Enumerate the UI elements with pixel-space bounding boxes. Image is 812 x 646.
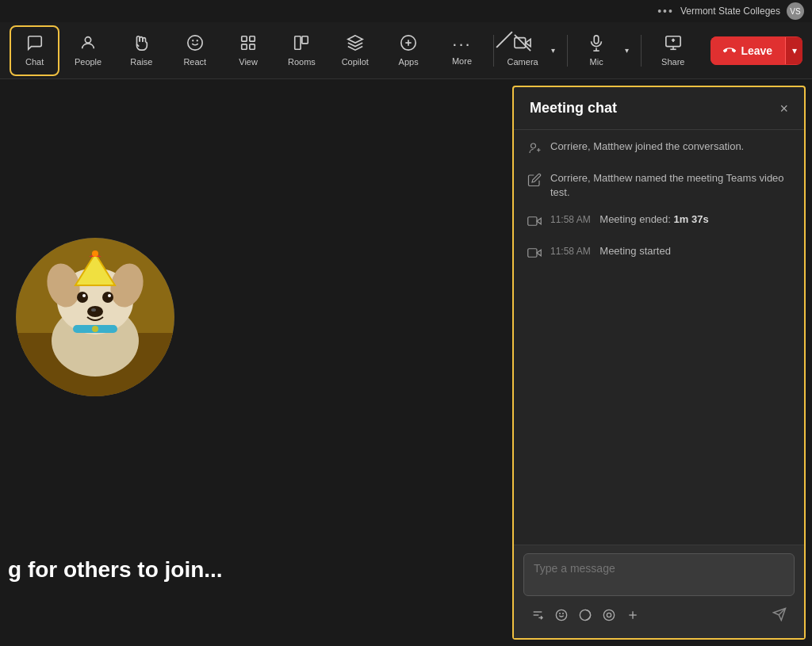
svg-rect-5 xyxy=(250,36,255,41)
react-icon xyxy=(186,34,204,54)
more-button[interactable]: ··· More xyxy=(437,25,487,76)
pencil-icon xyxy=(527,173,542,190)
rooms-icon xyxy=(293,34,310,54)
event-time-4: 11:58 AM xyxy=(550,246,591,257)
toolbar-separator-3 xyxy=(641,35,642,67)
apps-label: Apps xyxy=(399,57,419,67)
user-avatar[interactable]: VS xyxy=(787,2,804,20)
svg-rect-42 xyxy=(528,249,537,258)
svg-point-50 xyxy=(607,613,611,617)
svg-point-38 xyxy=(531,143,536,148)
mic-button[interactable]: Mic xyxy=(574,25,619,76)
chat-event-started: 11:58 AM Meeting started xyxy=(527,244,791,263)
chat-event-text-1: Corriere, Matthew joined the conversatio… xyxy=(550,140,744,154)
video-icon-started xyxy=(527,246,542,263)
window-controls: ••• xyxy=(657,5,674,17)
chat-close-button[interactable]: × xyxy=(779,101,788,116)
chat-icon xyxy=(26,34,44,54)
svg-rect-8 xyxy=(295,36,301,50)
raise-icon xyxy=(132,34,150,54)
svg-point-27 xyxy=(77,292,88,303)
toolbar-separator-2 xyxy=(567,35,568,67)
svg-rect-40 xyxy=(528,217,537,226)
loop-button[interactable] xyxy=(598,606,620,628)
chat-input-area xyxy=(514,545,804,638)
chat-event-renamed: Corriere, Matthew named the meeting Team… xyxy=(527,171,791,200)
chat-event-ended: 11:58 AM Meeting ended: 1m 37s xyxy=(527,212,791,231)
share-label: Share xyxy=(661,57,684,67)
org-name: Vermont State Colleges xyxy=(680,6,780,17)
attach-button[interactable] xyxy=(622,606,644,628)
waiting-text: g for others to join... xyxy=(8,557,223,583)
chat-header: Meeting chat × xyxy=(514,87,804,130)
chat-format-toolbar xyxy=(523,599,795,630)
svg-point-37 xyxy=(92,326,98,332)
raise-button[interactable]: Raise xyxy=(117,25,167,76)
svg-point-31 xyxy=(87,306,103,317)
svg-rect-4 xyxy=(242,36,247,41)
sticker-button[interactable] xyxy=(574,606,596,628)
chat-event-text-2: Corriere, Matthew named the meeting Team… xyxy=(550,171,791,200)
video-icon-ended xyxy=(527,214,542,231)
toolbar-separator xyxy=(493,35,494,67)
people-button[interactable]: People xyxy=(63,25,113,76)
raise-label: Raise xyxy=(130,57,152,67)
chat-messages: Corriere, Matthew joined the conversatio… xyxy=(514,130,804,545)
dog-image xyxy=(16,238,174,396)
view-icon xyxy=(239,34,257,54)
camera-button[interactable]: Camera xyxy=(500,25,545,76)
chat-label: Chat xyxy=(25,57,44,67)
format-button[interactable] xyxy=(527,606,549,628)
svg-point-49 xyxy=(603,610,614,620)
participant-avatar xyxy=(16,238,174,396)
phone-icon xyxy=(723,44,736,57)
share-icon xyxy=(665,34,682,54)
svg-marker-41 xyxy=(537,250,541,257)
rooms-button[interactable]: Rooms xyxy=(277,25,327,76)
svg-point-30 xyxy=(108,294,111,297)
mic-group: Mic ▾ xyxy=(574,25,634,76)
camera-group: Camera ▾ xyxy=(500,25,561,76)
chat-event-joined: Corriere, Matthew joined the conversatio… xyxy=(527,140,791,159)
leave-group: Leave ▾ xyxy=(710,36,802,65)
leave-button[interactable]: Leave xyxy=(710,36,785,65)
svg-rect-13 xyxy=(515,38,526,48)
more-icon: ··· xyxy=(452,36,471,53)
svg-rect-6 xyxy=(242,44,247,49)
chat-event-text-4: 11:58 AM Meeting started xyxy=(550,244,671,258)
camera-chevron[interactable]: ▾ xyxy=(545,35,561,67)
svg-point-28 xyxy=(102,292,113,303)
copilot-button[interactable]: Copilot xyxy=(330,25,380,76)
chat-panel-title: Meeting chat xyxy=(530,100,617,117)
apps-button[interactable]: Apps xyxy=(383,25,433,76)
people-icon xyxy=(79,34,97,54)
person-join-icon xyxy=(527,141,542,159)
react-label: React xyxy=(183,57,206,67)
rooms-label: Rooms xyxy=(288,57,316,67)
view-button[interactable]: View xyxy=(223,25,273,76)
leave-label: Leave xyxy=(741,44,772,57)
main-content: g for others to join... Meeting chat × C… xyxy=(0,79,812,646)
svg-point-1 xyxy=(188,36,202,50)
mic-label: Mic xyxy=(590,57,603,67)
share-button[interactable]: Share xyxy=(648,25,698,76)
mic-icon xyxy=(588,34,605,54)
chat-button[interactable]: Chat xyxy=(10,25,59,76)
svg-point-29 xyxy=(82,294,86,297)
svg-rect-15 xyxy=(594,36,599,44)
mic-chevron[interactable]: ▾ xyxy=(619,35,634,67)
view-label: View xyxy=(239,57,258,67)
emoji-button[interactable] xyxy=(550,606,573,628)
video-area: g for others to join... xyxy=(0,79,512,646)
react-button[interactable]: React xyxy=(170,25,220,76)
chat-message-input[interactable] xyxy=(523,553,795,596)
people-label: People xyxy=(75,57,102,67)
meeting-duration: 1m 37s xyxy=(674,213,709,225)
main-toolbar: Chat People Raise xyxy=(0,22,812,79)
top-bar: ••• Vermont State Colleges VS xyxy=(0,0,812,22)
send-button[interactable] xyxy=(768,604,791,629)
svg-rect-9 xyxy=(302,36,308,44)
leave-chevron[interactable]: ▾ xyxy=(785,37,802,64)
copilot-icon xyxy=(347,34,364,54)
camera-icon xyxy=(513,34,532,54)
